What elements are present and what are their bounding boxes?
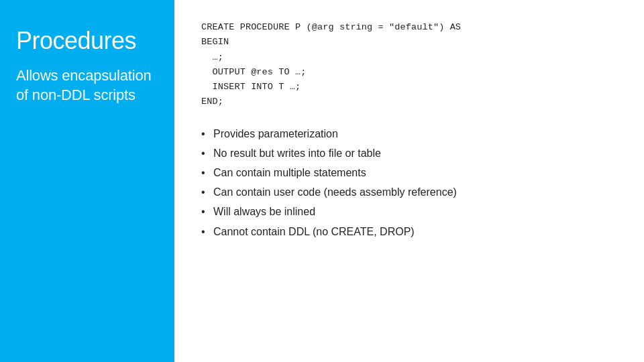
slide-title: Procedures <box>16 27 158 54</box>
bullet-item: Can contain user code (needs assembly re… <box>201 184 617 200</box>
left-panel: Procedures Allows encapsulation of non-D… <box>0 0 174 362</box>
code-block: CREATE PROCEDURE P (@arg string = "defau… <box>201 20 617 110</box>
bullet-item: Will always be inlined <box>201 204 617 219</box>
bullet-item: No result but writes into file or table <box>201 145 617 161</box>
right-panel: CREATE PROCEDURE P (@arg string = "defau… <box>174 0 644 362</box>
bullet-item: Can contain multiple statements <box>201 165 617 180</box>
bullet-item: Provides parameterization <box>201 126 617 141</box>
slide-subtitle: Allows encapsulation of non-DDL scripts <box>16 66 158 105</box>
bullet-list: Provides parameterizationNo result but w… <box>201 126 617 239</box>
bullet-item: Cannot contain DDL (no CREATE, DROP) <box>201 224 617 239</box>
